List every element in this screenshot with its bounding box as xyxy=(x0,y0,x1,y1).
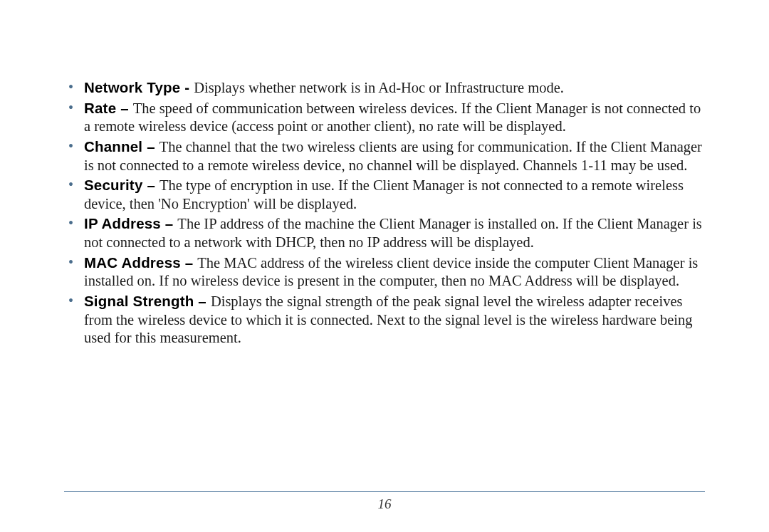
term-label: MAC Address – xyxy=(84,254,197,271)
term-description: The channel that the two wireless client… xyxy=(84,139,702,173)
list-item: Channel – The channel that the two wirel… xyxy=(64,137,705,174)
list-item: IP Address – The IP address of the machi… xyxy=(64,214,705,251)
list-item: Security – The type of encryption in use… xyxy=(64,176,705,213)
footer-divider xyxy=(64,491,705,492)
list-item: Rate – The speed of communication betwee… xyxy=(64,99,705,136)
term-label: Rate – xyxy=(84,100,133,116)
page-footer: 16 xyxy=(0,491,769,512)
term-label: Channel – xyxy=(84,138,159,155)
document-page: Network Type - Displays whether network … xyxy=(0,0,769,532)
list-item: Signal Strength – Displays the signal st… xyxy=(64,292,705,348)
term-description: The IP address of the machine the Client… xyxy=(84,216,702,250)
page-number: 16 xyxy=(378,496,392,511)
term-label: Security – xyxy=(84,177,159,193)
list-item: Network Type - Displays whether network … xyxy=(64,78,705,98)
list-item: MAC Address – The MAC address of the wir… xyxy=(64,254,705,291)
term-label: Network Type - xyxy=(84,79,194,95)
term-description: The speed of communication between wirel… xyxy=(84,100,701,135)
term-label: IP Address – xyxy=(84,215,177,231)
term-description: Displays whether network is in Ad-Hoc or… xyxy=(194,80,564,95)
term-description: The type of encryption in use. If the Cl… xyxy=(84,177,684,212)
definition-list: Network Type - Displays whether network … xyxy=(64,78,705,348)
term-label: Signal Strength – xyxy=(84,293,211,309)
